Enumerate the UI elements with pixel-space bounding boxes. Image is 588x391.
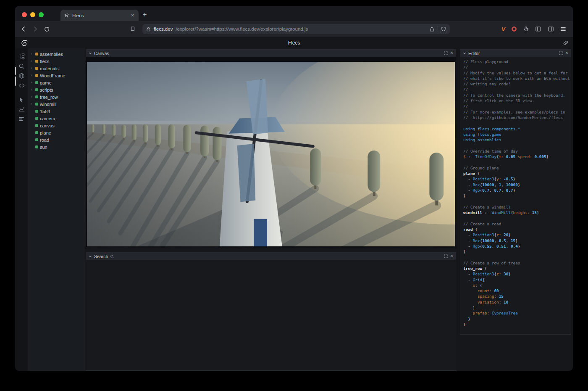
tree-expand-chevron-icon[interactable]: › [31,95,34,99]
traffic-lights [15,12,50,21]
tree-item-label: 1584 [40,109,50,114]
tree-item[interactable]: › game [28,79,85,86]
tree-item-label: materials [40,66,59,71]
search-icon[interactable] [18,63,25,69]
tree-expand-chevron-icon[interactable]: › [31,102,34,106]
code-line: // first click on the 3D view. [463,98,570,103]
reading-panel-button[interactable] [548,26,554,32]
browser-tab[interactable]: Flecs ✕ [60,10,139,21]
editor-code[interactable]: // Flecs playground//// Modify the value… [460,57,571,334]
code-line: count: 60 [463,288,570,293]
tree-item[interactable]: › assemblies [28,50,85,58]
flecs-logo-icon [19,38,29,48]
editor-panel-title: Editor [468,51,480,56]
canvas-3d-scene[interactable] [87,62,455,246]
reload-button[interactable] [44,26,50,32]
tab-title: Flecs [72,13,127,18]
share-button[interactable] [429,26,435,32]
tab-strip: Flecs ✕ + [15,6,573,21]
tree-item[interactable]: › flecs [28,58,85,65]
tree-item[interactable]: › 1584 [28,108,85,115]
tree-item-label: WoodFrame [40,73,65,78]
tree-item[interactable]: › plane [28,129,85,136]
tree-expand-chevron-icon[interactable]: › [31,59,34,63]
url-path: /explorer/?wasm=https://www.flecs.dev/ex… [176,26,426,32]
code-line: // Ground plane [463,165,570,171]
tree-expand-chevron-icon[interactable]: › [31,66,34,70]
code-line: - Rgb{0.55, 0.51, 0.4} [463,243,570,249]
entity-kind-square-icon [35,53,38,55]
tree-item[interactable]: › camera [28,115,85,122]
tab-close-icon[interactable]: ✕ [130,13,135,18]
close-window-button[interactable] [22,12,27,17]
address-bar[interactable]: flecs.dev /explorer/?wasm=https://www.fl… [142,24,450,34]
tree-item[interactable]: › sun [28,143,85,151]
tree-item[interactable]: › canvas [28,122,85,129]
canvas-panel: Canvas ✕ [86,49,456,248]
code-line: // Create a windmill [463,204,570,210]
chevron-down-icon[interactable] [463,52,466,55]
profiler-rows-icon[interactable] [18,116,25,122]
code-line [463,254,570,260]
tree-item[interactable]: › materials [28,65,85,72]
bookmark-sidebar-button[interactable] [130,26,136,32]
code-line: // writing any code! [463,81,570,87]
menu-button[interactable] [560,26,566,32]
search-panel-title: Search [94,254,108,259]
close-panel-icon[interactable]: ✕ [565,51,568,55]
tree-item[interactable]: › tree_row [28,93,85,100]
tree-item-label: assemblies [40,52,63,57]
tree-expand-chevron-icon[interactable]: › [31,88,34,92]
close-panel-icon[interactable]: ✕ [450,254,453,258]
expand-panel-icon[interactable] [559,51,563,55]
forward-button[interactable] [32,26,39,32]
browser-window: Flecs ✕ + flecs.dev /explorer/?wasm=http… [15,6,573,371]
sidebar-toggle-button[interactable] [535,26,541,32]
tree-item[interactable]: › windmill [28,100,85,108]
tree-expand-chevron-icon[interactable]: › [31,74,34,77]
record-extension-button[interactable] [512,26,517,32]
main-column: Canvas ✕ [85,48,457,371]
world-icon[interactable] [18,73,25,79]
entity-kind-square-icon [35,138,38,141]
chevron-down-icon[interactable] [89,255,92,258]
brave-shield-icon[interactable] [441,26,446,32]
extensions-puzzle-button[interactable] [523,26,529,32]
canvas-body [86,57,456,248]
inspector-cursor-icon[interactable] [18,96,25,103]
editor-column: Editor ✕ // Flecs playground//// Modify … [460,49,571,371]
tree-item[interactable]: › road [28,136,85,143]
new-tab-button[interactable]: + [139,11,151,21]
code-line: // Modify the values below to get a feel… [463,70,570,76]
close-panel-icon[interactable]: ✕ [450,51,453,55]
code-line: prefab: CypressTree [463,310,570,316]
permalink-icon[interactable] [563,40,569,46]
expand-panel-icon[interactable] [444,254,448,258]
minimize-window-button[interactable] [30,12,35,17]
code-line: } [463,322,570,327]
code-line: - Position3{z: 20} [463,232,570,238]
site-lock-icon[interactable] [146,27,151,32]
tree-item[interactable]: › WoodFrame [28,72,85,79]
code-line: } [463,249,570,254]
expand-panel-icon[interactable] [444,51,448,55]
code-line: // [463,103,570,109]
entity-kind-square-icon [35,110,38,113]
search-results-area[interactable] [86,260,456,370]
entity-kind-square-icon [35,145,38,148]
tree-expand-chevron-icon[interactable]: › [31,52,34,56]
code-line: tree_row { [463,266,570,271]
zoom-window-button[interactable] [39,12,44,17]
tree-item-label: windmill [40,102,56,107]
browser-toolbar: flecs.dev /explorer/?wasm=https://www.fl… [15,21,573,37]
stats-chart-icon[interactable] [18,106,25,112]
code-editor-icon[interactable] [18,82,25,89]
code-line: using assemblies [463,137,570,143]
entity-tree-icon[interactable] [18,53,25,60]
back-button[interactable] [20,26,27,32]
v-extension-button[interactable]: V [501,26,505,32]
tree-item[interactable]: › scripts [28,86,85,93]
tree-expand-chevron-icon[interactable]: › [31,81,34,85]
code-line [463,215,570,221]
chevron-down-icon[interactable] [89,52,92,55]
